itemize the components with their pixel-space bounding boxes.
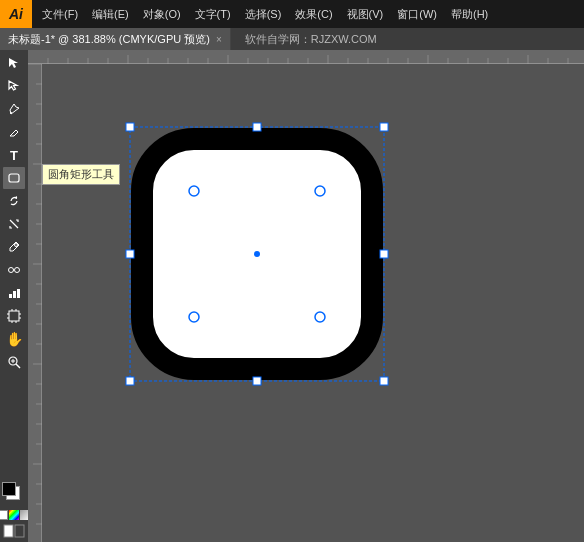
menu-bar: 文件(F) 编辑(E) 对象(O) 文字(T) 选择(S) 效果(C) 视图(V… xyxy=(32,0,584,28)
menu-edit[interactable]: 编辑(E) xyxy=(86,5,135,24)
tab-active[interactable]: 未标题-1* @ 381.88% (CMYK/GPU 预览) × xyxy=(0,28,231,50)
menu-view[interactable]: 视图(V) xyxy=(341,5,390,24)
tab-external: 软件自学网：RJZXW.COM xyxy=(235,32,387,47)
svg-point-77 xyxy=(315,312,325,322)
menu-window[interactable]: 窗口(W) xyxy=(391,5,443,24)
svg-rect-72 xyxy=(126,250,134,258)
tool-scale[interactable] xyxy=(3,213,25,235)
svg-rect-10 xyxy=(4,525,13,537)
tool-pen[interactable] xyxy=(3,98,25,120)
svg-rect-69 xyxy=(380,377,388,385)
tab-active-label: 未标题-1* @ 381.88% (CMYK/GPU 预览) xyxy=(8,32,210,47)
svg-rect-8 xyxy=(9,311,19,321)
menu-type[interactable]: 文字(T) xyxy=(189,5,237,24)
menu-effect[interactable]: 效果(C) xyxy=(289,5,338,24)
toolbar: T xyxy=(0,50,28,542)
tab-close-button[interactable]: × xyxy=(216,34,222,45)
tool-blend[interactable] xyxy=(3,259,25,281)
shape-container[interactable] xyxy=(122,119,372,369)
app-logo: Ai xyxy=(0,0,32,28)
tool-hand[interactable]: ✋ xyxy=(3,328,25,350)
svg-rect-1 xyxy=(9,174,19,182)
svg-point-75 xyxy=(315,186,325,196)
main-area: T xyxy=(0,50,584,542)
canvas-area: 圆角矩形工具 xyxy=(28,50,584,542)
tool-direct-selection[interactable] xyxy=(3,75,25,97)
fill-stroke-indicator[interactable] xyxy=(2,482,26,506)
tool-tooltip: 圆角矩形工具 xyxy=(42,164,120,185)
svg-rect-67 xyxy=(380,123,388,131)
svg-rect-6 xyxy=(13,291,16,298)
svg-rect-70 xyxy=(253,123,261,131)
svg-rect-68 xyxy=(126,377,134,385)
svg-point-2 xyxy=(15,244,18,247)
color-mode-icons xyxy=(0,510,30,520)
svg-point-74 xyxy=(189,186,199,196)
tool-type[interactable]: T xyxy=(3,144,25,166)
svg-rect-66 xyxy=(126,123,134,131)
svg-rect-71 xyxy=(253,377,261,385)
svg-point-76 xyxy=(189,312,199,322)
tool-pencil[interactable] xyxy=(3,121,25,143)
screen-mode-icon[interactable] xyxy=(3,524,25,538)
menu-file[interactable]: 文件(F) xyxy=(36,5,84,24)
fill-box[interactable] xyxy=(2,482,16,496)
menu-select[interactable]: 选择(S) xyxy=(239,5,288,24)
svg-point-3 xyxy=(9,268,14,273)
menu-object[interactable]: 对象(O) xyxy=(137,5,187,24)
title-bar: Ai 文件(F) 编辑(E) 对象(O) 文字(T) 选择(S) 效果(C) 视… xyxy=(0,0,584,28)
tool-rectangle[interactable] xyxy=(3,167,25,189)
svg-point-0 xyxy=(10,112,12,114)
svg-point-78 xyxy=(254,251,260,257)
tool-selection[interactable] xyxy=(3,52,25,74)
svg-rect-73 xyxy=(380,250,388,258)
tool-artboard[interactable] xyxy=(3,305,25,327)
svg-point-4 xyxy=(15,268,20,273)
tool-zoom[interactable] xyxy=(3,351,25,373)
canvas-content: 圆角矩形工具 xyxy=(42,64,584,542)
svg-rect-7 xyxy=(17,289,20,298)
tool-rotate[interactable] xyxy=(3,190,25,212)
svg-rect-5 xyxy=(9,294,12,298)
ruler-horizontal xyxy=(28,50,584,64)
none-fill-icon[interactable] xyxy=(0,510,8,520)
tab-bar: 未标题-1* @ 381.88% (CMYK/GPU 预览) × 软件自学网：R… xyxy=(0,28,584,50)
menu-help[interactable]: 帮助(H) xyxy=(445,5,494,24)
svg-rect-11 xyxy=(15,525,24,537)
ruler-vertical xyxy=(28,64,42,542)
color-icon[interactable] xyxy=(9,510,19,520)
tool-graph[interactable] xyxy=(3,282,25,304)
tool-eyedropper[interactable] xyxy=(3,236,25,258)
shape-svg xyxy=(122,119,392,389)
